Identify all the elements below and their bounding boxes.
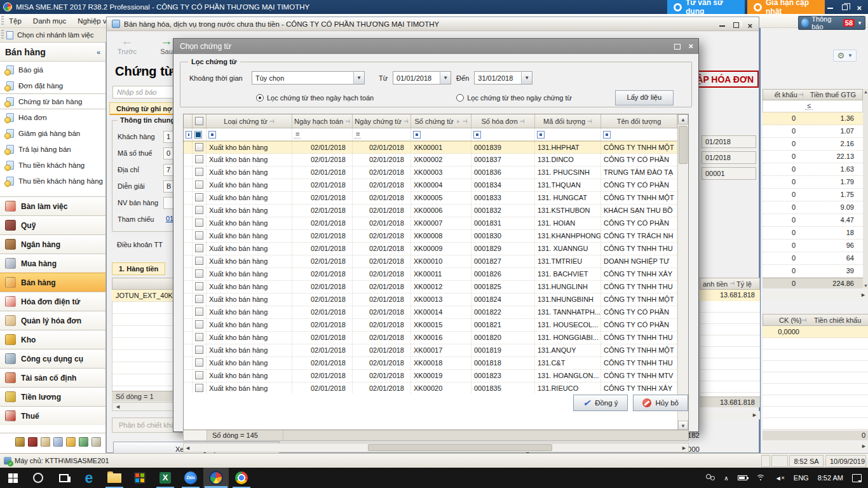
shortcut-icon[interactable] xyxy=(53,437,63,447)
consult-button[interactable]: Tư vấn sử dụng xyxy=(667,0,745,14)
table-row[interactable]: 0 4.47 xyxy=(763,214,863,227)
pin-icon[interactable]: ⊣ xyxy=(587,118,592,125)
table-row[interactable]: 0 2.16 xyxy=(763,138,863,151)
to-date-select[interactable]: 31/01/2018 ▼ xyxy=(474,71,532,85)
table-row[interactable]: 0 1.79 xyxy=(763,176,863,189)
row-checkbox[interactable] xyxy=(195,295,203,303)
taskbar-clock[interactable]: 8:52 AM xyxy=(818,474,843,482)
table-row[interactable]: Xuất kho bán hàng 02/01/2018 02/01/2018 … xyxy=(184,357,688,370)
scroll-right-icon[interactable]: ► xyxy=(681,445,687,451)
nav-back-button[interactable]: ← Trước xyxy=(113,35,141,55)
pin-icon[interactable]: ⊣ xyxy=(345,118,350,125)
tax-grid-filter-row[interactable]: ≤ xyxy=(763,100,863,112)
column-header[interactable]: Tên đối tượng xyxy=(601,114,677,128)
sidebar-section[interactable]: Mua hàng xyxy=(0,254,105,273)
action-center-icon[interactable] xyxy=(852,474,862,482)
pin-icon[interactable]: ⊣ xyxy=(269,118,275,125)
pin-icon[interactable]: ⊣ xyxy=(802,317,807,323)
scroll-up-icon[interactable]: ▲ xyxy=(864,90,868,94)
row-checkbox[interactable] xyxy=(195,358,203,367)
sidebar-section[interactable]: Công cụ dụng cụ xyxy=(0,349,105,368)
sidebar-section[interactable]: Kho xyxy=(0,330,105,349)
table-row[interactable]: 0 64 xyxy=(763,252,863,265)
chrome-button[interactable] xyxy=(229,468,254,488)
filter-by-posting-date-radio[interactable] xyxy=(256,94,264,102)
vertical-scrollbar[interactable]: ▲▼ xyxy=(863,89,868,288)
shortcut-icon[interactable] xyxy=(66,437,76,447)
table-row[interactable]: 0 96 xyxy=(763,240,863,252)
table-row[interactable]: 0 1.36 xyxy=(763,112,863,125)
sidebar-item[interactable]: Chứng từ bán hàng xyxy=(0,93,105,109)
table-row[interactable]: Xuất kho bán hàng 02/01/2018 02/01/2018 … xyxy=(184,255,688,268)
row-checkbox[interactable] xyxy=(195,231,203,240)
column-header[interactable]: Ngày chứng từ⊣ xyxy=(353,114,411,128)
table-row[interactable]: Xuất kho bán hàng 02/01/2018 02/01/2018 … xyxy=(184,332,688,344)
filter-cell[interactable] xyxy=(184,128,193,140)
row-checkbox[interactable] xyxy=(195,180,203,189)
table-row[interactable]: Xuất kho bán hàng 02/01/2018 02/01/2018 … xyxy=(184,230,688,243)
table-row[interactable]: Xuất kho bán hàng 02/01/2018 02/01/2018 … xyxy=(184,344,688,357)
column-header[interactable]: Mã đối tượng⊣ xyxy=(535,114,601,128)
filter-by-voucher-date-radio[interactable] xyxy=(456,94,464,102)
edge-button[interactable]: e xyxy=(76,468,102,488)
row-checkbox[interactable] xyxy=(195,371,203,379)
filter-icon[interactable] xyxy=(473,131,481,139)
shortcut-icon[interactable] xyxy=(79,437,88,447)
table-row[interactable]: 0 1.07 xyxy=(763,125,863,138)
select-all-checkbox[interactable] xyxy=(195,117,203,125)
filter-cell[interactable]: = xyxy=(292,128,353,140)
filter-cell[interactable]: = xyxy=(353,128,411,140)
table-row[interactable]: Xuất kho bán hàng 02/01/2018 02/01/2018 … xyxy=(184,281,688,294)
row-checkbox[interactable] xyxy=(195,143,203,151)
table-row[interactable]: Xuất kho bán hàng 02/01/2018 02/01/2018 … xyxy=(184,383,688,394)
vertical-scrollbar[interactable]: ▲ ▼ xyxy=(677,114,688,430)
table-row[interactable]: Xuất kho bán hàng 02/01/2018 02/01/2018 … xyxy=(184,217,688,230)
file-explorer-button[interactable] xyxy=(102,468,127,488)
filter-icon[interactable] xyxy=(413,131,421,139)
row-checkbox[interactable] xyxy=(195,269,203,278)
filter-icon[interactable] xyxy=(537,131,545,139)
filter-icon[interactable] xyxy=(186,131,192,139)
dialog-titlebar[interactable]: Chọn chứng từ × xyxy=(173,39,698,54)
sidebar-section[interactable]: Quỹ xyxy=(0,215,105,234)
filter-icon[interactable] xyxy=(603,131,611,139)
scroll-left-icon[interactable]: ◄ xyxy=(185,445,191,451)
pin-icon[interactable]: ⊣ xyxy=(799,92,804,98)
select-all-header[interactable] xyxy=(193,114,207,128)
app-restore-button[interactable] xyxy=(842,4,848,10)
excel-button[interactable]: X xyxy=(153,468,178,488)
load-data-button[interactable]: Lấy dữ liệu xyxy=(615,90,674,105)
column-header[interactable]: Số hóa đơn⊣ xyxy=(471,114,535,128)
ok-button[interactable]: ✔ Đồng ý xyxy=(573,395,627,411)
table-row[interactable]: Xuất kho bán hàng 02/01/2018 02/01/2018 … xyxy=(184,166,688,179)
table-row[interactable]: Xuất kho bán hàng 02/01/2018 02/01/2018 … xyxy=(184,205,688,217)
menu-catalog[interactable]: Danh mục xyxy=(33,17,66,25)
dialog-close-button[interactable]: × xyxy=(688,43,693,50)
filter-icon[interactable] xyxy=(208,131,216,139)
branch-select[interactable]: Chọn chi nhánh làm việc xyxy=(17,31,93,39)
horizontal-scrollbar[interactable]: ► xyxy=(700,411,760,419)
table-row[interactable]: Xuất kho bán hàng 02/01/2018 02/01/2018 … xyxy=(184,319,688,332)
table-row[interactable]: Xuất kho bán hàng 02/01/2018 02/01/2018 … xyxy=(184,179,688,192)
task-view-button[interactable] xyxy=(51,468,76,488)
misa-app-button[interactable] xyxy=(203,468,229,488)
table-row[interactable]: 0,0000 xyxy=(763,326,868,338)
amount-column-header[interactable]: anh tiền ⊣ Tỷ lệ xyxy=(700,278,760,290)
tab-debit-voucher[interactable]: Chứng từ ghi nợ xyxy=(109,102,179,115)
sidebar-item[interactable]: Trả lại hàng bán xyxy=(0,141,105,157)
sidebar-section[interactable]: Bán hàng xyxy=(0,273,105,292)
notifications-button[interactable]: Thông báo 58 ▼ xyxy=(798,16,865,30)
table-row[interactable]: Xuất kho bán hàng 02/01/2018 02/01/2018 … xyxy=(184,192,688,205)
filter-cell[interactable] xyxy=(193,128,207,140)
sidebar-item[interactable]: Thu tiền khách hàng hàng xyxy=(0,173,105,189)
sidebar-section[interactable]: Hóa đơn điện tử xyxy=(0,292,105,311)
sidebar-item[interactable]: Đơn đặt hàng xyxy=(0,78,105,93)
doc-maximize-button[interactable] xyxy=(733,22,739,28)
row-checkbox[interactable] xyxy=(195,308,203,316)
menu-file[interactable]: Tệp xyxy=(9,17,22,25)
cortana-button[interactable] xyxy=(25,468,51,488)
table-row[interactable]: 0 18 xyxy=(763,227,863,240)
table-row[interactable]: 0 9.09 xyxy=(763,201,863,214)
from-date-select[interactable]: 01/01/2018 ▼ xyxy=(393,71,451,85)
filter-cell[interactable] xyxy=(601,128,677,140)
